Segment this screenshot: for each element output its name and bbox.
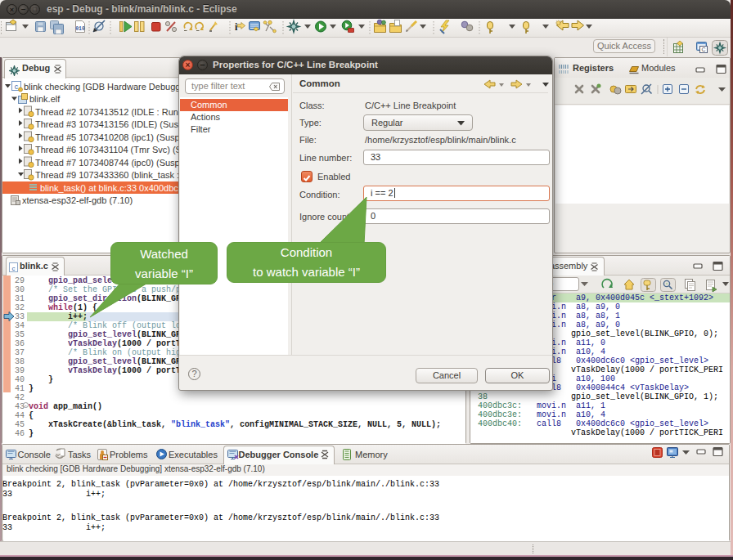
- svg-text:C: C: [701, 47, 705, 52]
- svg-text:c: c: [15, 83, 19, 91]
- svg-text:Problems: Problems: [110, 450, 148, 459]
- svg-text:Console: Console: [18, 450, 51, 459]
- svg-text:c: c: [12, 265, 16, 272]
- svg-text:Tasks: Tasks: [68, 450, 92, 459]
- svg-text:010: 010: [75, 26, 85, 32]
- svg-text:Executables: Executables: [169, 450, 218, 459]
- svg-text:Debugger Console: Debugger Console: [239, 450, 319, 459]
- svg-text:Memory: Memory: [355, 450, 388, 459]
